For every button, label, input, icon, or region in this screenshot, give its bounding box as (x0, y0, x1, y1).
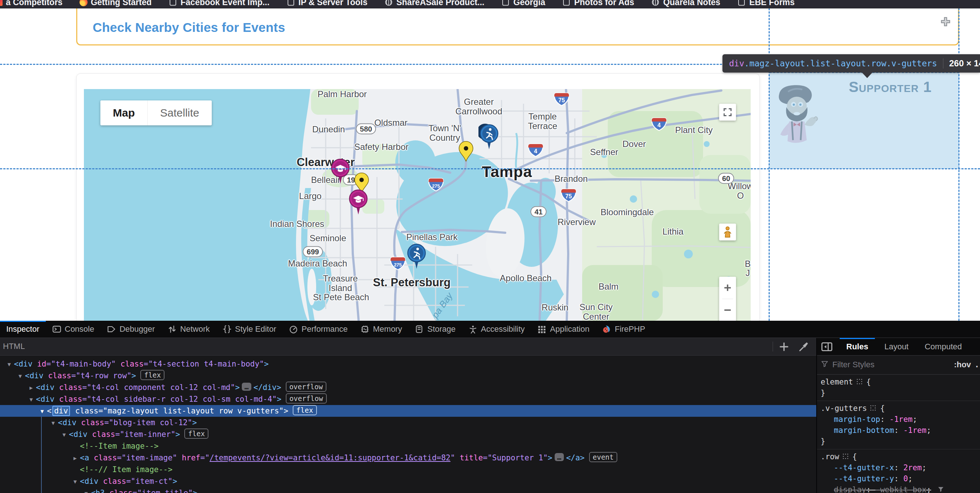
move-handle-icon[interactable] (940, 16, 951, 27)
class-toggle-partial[interactable]: . (975, 360, 979, 369)
map-type-map-button[interactable]: Map (100, 101, 147, 125)
page-icon (737, 0, 746, 6)
collapsed-content-badge[interactable]: … (242, 383, 251, 391)
code-tag: > (175, 430, 180, 439)
performance-icon (289, 324, 298, 334)
collapsed-arrow-icon[interactable]: ▶ (70, 452, 80, 464)
fullscreen-button[interactable] (719, 104, 736, 121)
selected-tag-editor[interactable]: div (52, 406, 70, 416)
flex-badge[interactable]: flex (293, 405, 317, 415)
bookmark-item[interactable]: IP & Server Tools (286, 0, 368, 7)
selector-highlighter-icon[interactable] (856, 378, 863, 385)
markup-row[interactable]: ▶<a class="item-image" href="/tempevents… (0, 452, 816, 464)
supporter-avatar (774, 84, 829, 153)
expand-arrow-icon[interactable]: ▼ (15, 370, 25, 382)
svg-text:275: 275 (432, 183, 440, 189)
devtools-tab-application[interactable]: Application (531, 321, 596, 338)
devtools-tab-firephp[interactable]: FirePHP (596, 321, 651, 338)
rule-selector[interactable]: .v-gutters{ (817, 403, 980, 414)
css-declaration[interactable]: margin-top: -1rem; (817, 414, 980, 425)
pseudo-class-toggle[interactable]: :hov (954, 360, 971, 370)
toggle-pane-icon[interactable] (821, 340, 833, 353)
school-magenta-map-pin[interactable] (348, 189, 369, 216)
school-magenta-map-pin[interactable] (330, 158, 351, 185)
event-blue-map-pin[interactable] (406, 243, 427, 270)
code-val: " (450, 453, 455, 462)
code-tag: <a (80, 453, 94, 462)
rule-selector[interactable]: .row{ (817, 451, 980, 462)
code-tag: <div (69, 430, 92, 439)
filter-styles-input[interactable]: Filter Styles (832, 360, 950, 370)
flex-badge[interactable]: flex (140, 370, 164, 380)
bookmark-item[interactable]: a Competitors (1, 0, 63, 7)
markup-row[interactable]: ▼<div class="t4-row row">flex (0, 370, 816, 381)
zoom-out-button[interactable] (719, 299, 736, 321)
expand-arrow-icon[interactable]: ▼ (37, 405, 47, 417)
flex-guide-line-top (0, 64, 768, 65)
markup-row[interactable]: ▼<div id="t4-main-body" class="t4-sectio… (0, 358, 816, 370)
selector-highlighter-icon[interactable] (842, 453, 849, 459)
supporter-card[interactable]: Supporter 1 (769, 72, 959, 168)
bookmark-item[interactable]: EBE Forms (737, 0, 795, 7)
css-declaration[interactable]: display: -webkit-box; (817, 484, 980, 493)
plain-yellow-map-pin[interactable] (458, 141, 474, 162)
overridden-filter-icon (937, 486, 945, 493)
devtools-tab-style-editor[interactable]: Style Editor (216, 321, 283, 338)
add-node-button[interactable] (778, 341, 790, 353)
event-badge[interactable]: event (589, 452, 617, 462)
collapsed-content-badge[interactable]: … (555, 453, 564, 461)
bookmark-item[interactable]: Quarela Notes (651, 0, 720, 7)
markup-row[interactable]: ▼<h3 class="item-title"> (0, 487, 816, 493)
expand-arrow-icon[interactable]: ▼ (48, 417, 58, 429)
expand-arrow-icon[interactable]: ▼ (70, 476, 80, 488)
sidebar-tab-layout[interactable]: Layout (876, 338, 916, 355)
expand-arrow-icon[interactable]: ▼ (59, 429, 69, 440)
markup-row[interactable]: ▼<div class="item-ct"> (0, 475, 816, 487)
markup-row[interactable]: <!--Item image--> (0, 440, 816, 452)
devtools-tab-performance[interactable]: Performance (282, 321, 354, 338)
event-blue-map-pin[interactable] (479, 123, 500, 151)
devtools-tab-console[interactable]: Console (46, 321, 101, 338)
bookmark-item[interactable]: ShareASale Product... (384, 0, 484, 7)
eyedropper-icon[interactable] (798, 341, 810, 353)
devtools-tab-inspector[interactable]: Inspector (0, 321, 46, 338)
markup-row-selected[interactable]: ▼<div class="magz-layout list-layout row… (0, 405, 816, 417)
bookmark-item[interactable]: Photos for Ads (562, 0, 634, 7)
filter-icon (821, 360, 829, 370)
devtools-tab-debugger[interactable]: Debugger (100, 321, 161, 338)
map-type-satellite-button[interactable]: Satellite (147, 101, 212, 125)
flex-badge[interactable]: flex (184, 429, 208, 439)
expand-arrow-icon[interactable]: ▼ (81, 488, 91, 493)
sidebar-tab-computed[interactable]: Computed (916, 338, 970, 355)
expand-arrow-icon[interactable]: ▼ (26, 394, 36, 405)
css-declaration[interactable]: --t4-gutter-x: 2rem; (817, 462, 980, 473)
markup-row[interactable]: <!--// Item image--> (0, 464, 816, 475)
google-map[interactable]: Palm HarborGreater CarrollwoodTemple Ter… (84, 89, 751, 321)
devtools-tab-memory[interactable]: Memory (354, 321, 408, 338)
pegman-button[interactable] (719, 223, 736, 241)
selector-highlighter-icon[interactable] (870, 405, 876, 411)
devtools-tab-accessibility[interactable]: Accessibility (462, 321, 531, 338)
rule-selector[interactable]: element{ (817, 377, 980, 388)
markup-row[interactable]: ▼<div class="blog-item col-12"> (0, 417, 816, 429)
bookmark-item[interactable]: Georgia (501, 0, 545, 7)
collapsed-arrow-icon[interactable]: ▶ (26, 382, 36, 394)
markup-row[interactable]: ▼<div class="item-inner">flex (0, 429, 816, 440)
devtools-tab-network[interactable]: Network (161, 321, 216, 338)
sidebar-tab-rules[interactable]: Rules (838, 338, 876, 355)
css-declaration[interactable]: --t4-gutter-y: 0; (817, 473, 980, 484)
markup-row[interactable]: ▼<div class="t4-col sidebar-r col-12 col… (0, 393, 816, 405)
nearby-cities-heading[interactable]: Check Nearby Cities for Events (93, 20, 285, 35)
expand-arrow-icon[interactable]: ▼ (5, 359, 14, 370)
zoom-in-button[interactable] (719, 277, 736, 299)
firephp-icon (602, 324, 611, 334)
supporter-title[interactable]: Supporter 1 (824, 79, 956, 95)
markup-row[interactable]: ▶<div class="t4-col component col-12 col… (0, 381, 816, 393)
devtools-tab-storage[interactable]: Storage (408, 321, 461, 338)
css-declaration[interactable]: margin-bottom: -1rem; (817, 425, 980, 436)
bookmark-item[interactable]: Facebook Event Imp... (169, 0, 270, 7)
bookmark-label: IP & Server Tools (299, 0, 368, 7)
overflow-badge[interactable]: overflow (286, 381, 327, 392)
bookmark-item[interactable]: Getting Started (80, 0, 152, 7)
overflow-badge[interactable]: overflow (286, 393, 327, 404)
